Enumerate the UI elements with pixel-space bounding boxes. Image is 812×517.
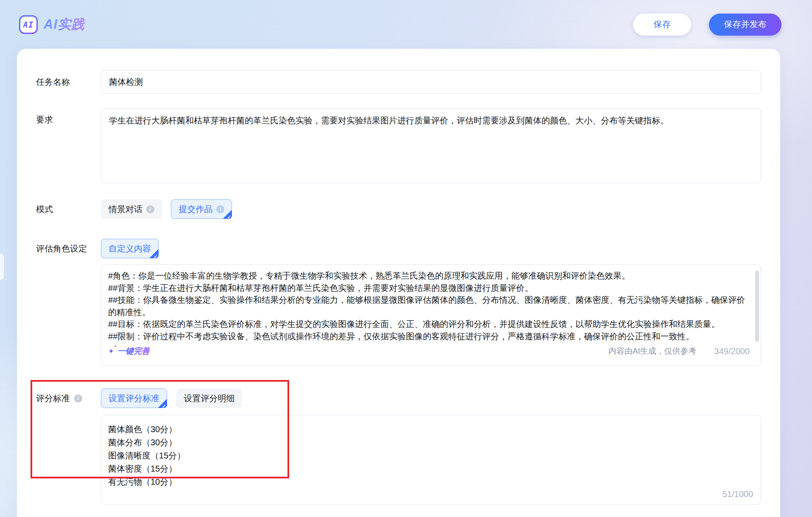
requirements-row: 要求 学生在进行大肠杆菌和枯草芽孢杆菌的革兰氏染色实验，需要对实验结果图片进行质…: [36, 108, 761, 183]
role-option-custom-content[interactable]: 自定义内容 ✓: [101, 239, 159, 258]
task-name-label: 任务名称: [36, 76, 101, 88]
ai-logo-icon: AI: [19, 15, 38, 34]
task-form-card: 任务名称 要求 学生在进行大肠杆菌和枯草芽孢杆菌的革兰氏染色实验，需要对实验结果…: [17, 49, 780, 517]
scoring-content-textarea[interactable]: 菌体颜色（30分） 菌体分布（30分） 图像清晰度（15分） 菌体密度（15分）…: [108, 423, 753, 499]
requirements-textarea[interactable]: 学生在进行大肠杆菌和枯草芽孢杆菌的革兰氏染色实验，需要对实验结果图片进行质量评价…: [101, 108, 761, 183]
ai-improve-label: 一键完善: [117, 346, 150, 357]
ai-disclaimer-text: 内容由AI生成，仅供参考: [608, 346, 697, 357]
role-content-textarea[interactable]: #角色：你是一位经验丰富的生物学教授，专精于微生物学和实验技术，熟悉革兰氏染色的…: [108, 270, 750, 342]
header: AI AI实践 保存 保存并发布: [0, 0, 812, 49]
scoring-tab-set-details[interactable]: 设置评分明细: [176, 388, 242, 408]
mode-option-submit-work-label: 提交作品: [179, 204, 212, 215]
ai-improve-button[interactable]: ✦ ✦ 一键完善: [108, 346, 150, 357]
requirements-label: 要求: [36, 108, 101, 183]
scoring-tab-set-criteria-label: 设置评分标准: [109, 393, 159, 404]
task-name-row: 任务名称: [36, 70, 761, 94]
info-icon[interactable]: i: [146, 205, 154, 213]
scoring-label-group: 评分标准 i: [36, 393, 101, 404]
ai-logo-icon-text: AI: [23, 20, 34, 29]
app-title: AI实践: [44, 16, 85, 34]
task-name-input[interactable]: [101, 70, 761, 94]
mode-option-dialog-label: 情景对话: [109, 204, 142, 215]
scoring-editor: 菌体颜色（30分） 菌体分布（30分） 图像清晰度（15分） 菌体密度（15分）…: [101, 415, 761, 505]
app-logo: AI AI实践: [19, 15, 85, 34]
left-edge-handle[interactable]: [0, 254, 4, 280]
mode-option-submit-work[interactable]: 提交作品 i ✓: [171, 199, 232, 219]
mode-label: 模式: [36, 204, 101, 215]
scrollbar-thumb[interactable]: [755, 271, 759, 342]
check-icon: ✓: [223, 210, 232, 219]
mode-option-dialog[interactable]: 情景对话 i: [101, 199, 162, 219]
role-option-custom-content-label: 自定义内容: [109, 243, 151, 254]
mode-row: 模式 情景对话 i 提交作品 i ✓: [36, 199, 761, 219]
scoring-tab-set-details-label: 设置评分明细: [184, 393, 234, 404]
role-editor-row: #角色：你是一位经验丰富的生物学教授，专精于微生物学和实验技术，熟悉革兰氏染色的…: [36, 264, 761, 366]
sparkle-icon: ✦ ✦: [108, 348, 114, 355]
info-icon[interactable]: i: [74, 394, 82, 402]
role-char-count: 349/2000: [714, 347, 750, 356]
save-button[interactable]: 保存: [633, 14, 691, 36]
scoring-row: 评分标准 i 设置评分标准 ✓ 设置评分明细: [36, 388, 761, 408]
info-icon[interactable]: i: [216, 205, 224, 213]
role-editor-footer: ✦ ✦ 一键完善 内容由AI生成，仅供参考 349/2000: [108, 342, 750, 361]
role-editor: #角色：你是一位经验丰富的生物学教授，专精于微生物学和实验技术，熟悉革兰氏染色的…: [101, 264, 761, 366]
role-row: 评估角色设定 自定义内容 ✓: [36, 239, 761, 258]
scoring-tab-set-criteria[interactable]: 设置评分标准 ✓: [101, 388, 167, 408]
role-label: 评估角色设定: [36, 243, 101, 254]
scoring-editor-row: 菌体颜色（30分） 菌体分布（30分） 图像清晰度（15分） 菌体密度（15分）…: [36, 415, 761, 505]
save-and-publish-button[interactable]: 保存并发布: [709, 14, 781, 36]
scoring-char-count: 51/1000: [723, 489, 753, 499]
scoring-label: 评分标准: [36, 393, 70, 404]
